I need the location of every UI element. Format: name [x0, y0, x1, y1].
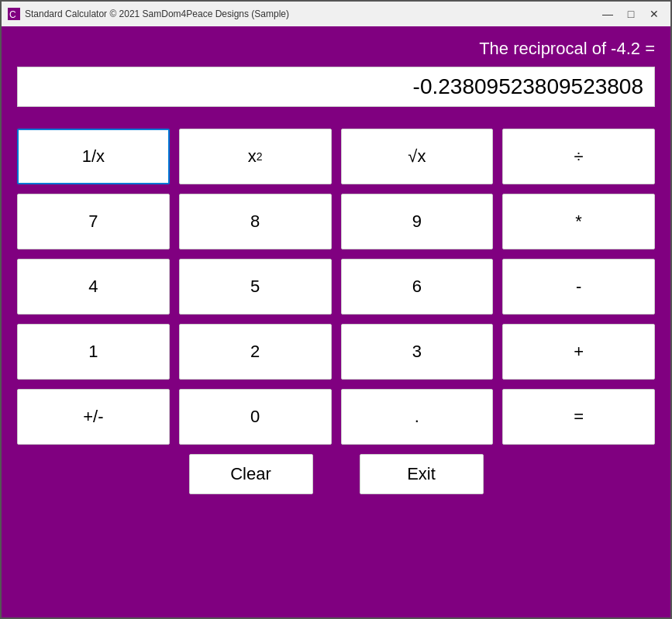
- title-bar-left: C Standard Calculator © 2021 SamDom4Peac…: [8, 8, 289, 20]
- decimal-button[interactable]: .: [341, 389, 494, 445]
- maximize-button[interactable]: □: [621, 6, 641, 22]
- minimize-button[interactable]: —: [598, 6, 618, 22]
- sqrt-button[interactable]: √x: [341, 129, 494, 184]
- reciprocal-button[interactable]: 1/x: [17, 129, 170, 184]
- display-screen: -0.23809523809523808: [17, 67, 655, 107]
- three-button[interactable]: 3: [341, 324, 494, 380]
- function-row: 1/x x2 √x ÷: [17, 129, 655, 184]
- five-button[interactable]: 5: [179, 259, 332, 315]
- eight-button[interactable]: 8: [179, 194, 332, 249]
- result-label: The reciprocal of -4.2 =: [17, 39, 655, 59]
- row-456: 4 5 6 -: [17, 259, 655, 315]
- bottom-row: Clear Exit: [17, 454, 655, 494]
- one-button[interactable]: 1: [17, 324, 170, 380]
- close-button[interactable]: ✕: [644, 6, 664, 22]
- subtract-button[interactable]: -: [502, 259, 655, 315]
- display-banner: The reciprocal of -4.2 = -0.238095238095…: [2, 26, 670, 113]
- row-123: 1 2 3 +: [17, 324, 655, 380]
- negate-button[interactable]: +/-: [17, 389, 170, 445]
- calculator-window: C Standard Calculator © 2021 SamDom4Peac…: [0, 0, 672, 619]
- seven-button[interactable]: 7: [17, 194, 170, 249]
- divide-button[interactable]: ÷: [502, 129, 655, 184]
- square-button[interactable]: x2: [179, 129, 332, 184]
- two-button[interactable]: 2: [179, 324, 332, 380]
- nine-button[interactable]: 9: [341, 194, 494, 249]
- four-button[interactable]: 4: [17, 259, 170, 315]
- zero-button[interactable]: 0: [179, 389, 332, 445]
- clear-button[interactable]: Clear: [189, 454, 313, 494]
- exit-button[interactable]: Exit: [360, 454, 484, 494]
- display-value: -0.23809523809523808: [413, 74, 643, 99]
- calc-body: 1/x x2 √x ÷ 7 8 9 * 4 5 6 - 1 2 3 + +/-: [2, 113, 670, 617]
- multiply-button[interactable]: *: [502, 194, 655, 249]
- window-title: Standard Calculator © 2021 SamDom4Peace …: [25, 9, 289, 19]
- add-button[interactable]: +: [502, 324, 655, 380]
- equals-button[interactable]: =: [502, 389, 655, 445]
- title-bar-controls: — □ ✕: [598, 6, 664, 22]
- title-bar: C Standard Calculator © 2021 SamDom4Peac…: [2, 2, 670, 26]
- app-icon: C: [8, 8, 20, 20]
- six-button[interactable]: 6: [341, 259, 494, 315]
- row-0: +/- 0 . =: [17, 389, 655, 445]
- row-789: 7 8 9 *: [17, 194, 655, 249]
- svg-text:C: C: [9, 9, 16, 20]
